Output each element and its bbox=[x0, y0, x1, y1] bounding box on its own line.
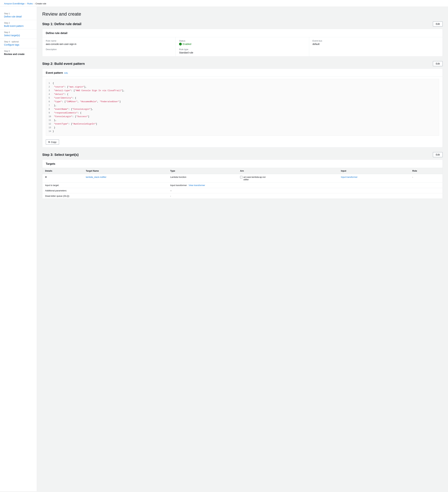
col-role: Role bbox=[410, 168, 442, 174]
copy-button[interactable]: ⧉ Copy bbox=[46, 139, 59, 145]
step2-title: Step 2: Build event pattern bbox=[42, 62, 85, 66]
step1-card-title: Define rule detail bbox=[42, 29, 442, 37]
sidebar: Step 1 Define rule detail Step 2 Build e… bbox=[0, 7, 37, 491]
code-line: 2 "source": ["aws.signin"], bbox=[49, 85, 436, 89]
additional-params-value-cell: -- bbox=[167, 188, 442, 193]
target-name-cell: lambda_slack-notifier bbox=[83, 174, 168, 183]
col-arn: Arn bbox=[237, 168, 338, 174]
status-check-icon: ✓ bbox=[179, 43, 182, 45]
info-link[interactable]: Info bbox=[64, 72, 68, 74]
step-5-label: Step 5 bbox=[4, 50, 33, 52]
step-5-current: Review and create bbox=[4, 53, 24, 55]
step3-edit-button[interactable]: Edit bbox=[433, 152, 443, 157]
step-4-label: Step 4 - optional bbox=[4, 41, 33, 43]
additional-params-label-cell: Additional parameters: bbox=[42, 188, 167, 193]
arn-value: arn:aws:lambda:ap-nor otifier bbox=[243, 176, 266, 181]
breadcrumb-rules-link[interactable]: Rules bbox=[27, 2, 33, 5]
step3-header: Step 3: Select target(s) Edit bbox=[42, 152, 443, 157]
status-value: ✓ Enabled bbox=[179, 43, 305, 45]
step1-section: Step 1: Define rule detail Edit Define r… bbox=[42, 21, 443, 56]
sidebar-step-4: Step 4 - optional Configure tags bbox=[0, 39, 37, 48]
table-row: lambda_slack-notifier Lambda function ar… bbox=[42, 174, 442, 183]
breadcrumb-sep-1: › bbox=[25, 2, 26, 5]
status-cell: Status ✓ Enabled Rule type Standard rule bbox=[176, 37, 309, 56]
rule-type-label: Rule type bbox=[179, 48, 305, 51]
step-3-link[interactable]: Select target(s) bbox=[4, 34, 20, 37]
step1-edit-button[interactable]: Edit bbox=[433, 21, 443, 26]
step-2-link[interactable]: Build event pattern bbox=[4, 25, 24, 27]
additional-params-row: Additional parameters: -- bbox=[42, 188, 442, 193]
copy-icon: ⧉ bbox=[48, 141, 50, 144]
step2-header: Step 2: Build event pattern Edit bbox=[42, 61, 443, 66]
event-pattern-title: Event pattern bbox=[46, 72, 63, 74]
step2-section: Step 2: Build event pattern Edit Event p… bbox=[42, 61, 443, 147]
rule-name-value: aws-console-iam-user-sign-in bbox=[46, 43, 172, 45]
input-transformer-link[interactable]: Input transformer bbox=[341, 176, 357, 178]
dlq-value-cell: - bbox=[167, 193, 442, 199]
targets-card: Targets Details Target Name Type Arn Inp… bbox=[42, 160, 443, 199]
code-line: 5 "userIdentity": { bbox=[49, 96, 436, 100]
code-line: 12 "eventType": ["AwsConsoleSignIn"] bbox=[49, 122, 436, 126]
code-line: 6 "type": ["IAMUser", "AssumedRole", "Fe… bbox=[49, 100, 436, 103]
target-role-cell: - bbox=[410, 174, 442, 183]
code-line: 9 "responseElements": { bbox=[49, 111, 436, 115]
rule-type-value: Standard rule bbox=[179, 51, 305, 54]
code-line: 14} bbox=[49, 130, 436, 133]
breadcrumb-current: Create rule bbox=[35, 2, 46, 5]
sidebar-step-3: Step 3 Select target(s) bbox=[0, 30, 37, 39]
dlq-row: Dead-letter queue (DLQ): - bbox=[42, 193, 442, 199]
breadcrumb: Amazon EventBridge › Rules › Create rule bbox=[0, 0, 448, 7]
dlq-label-cell: Dead-letter queue (DLQ): bbox=[42, 193, 167, 199]
breadcrumb-sep-2: › bbox=[34, 2, 34, 5]
main-content: Review and create Step 1: Define rule de… bbox=[37, 7, 448, 491]
view-transformer-link[interactable]: View transformer bbox=[189, 184, 205, 186]
sidebar-step-5: Step 5 Review and create bbox=[0, 48, 37, 58]
code-line: 3 "detail-type": ["AWS Console Sign In v… bbox=[49, 89, 436, 92]
event-bus-value: default bbox=[313, 43, 439, 45]
step1-title: Step 1: Define rule detail bbox=[42, 22, 81, 26]
step1-header: Step 1: Define rule detail Edit bbox=[42, 21, 443, 26]
copy-btn-area: ⧉ Copy bbox=[42, 138, 442, 147]
expand-icon[interactable] bbox=[45, 177, 47, 178]
target-type-cell: Lambda function bbox=[167, 174, 237, 183]
code-line: 11 }, bbox=[49, 118, 436, 122]
target-details-cell bbox=[42, 174, 83, 183]
event-bus-cell: Event bus default bbox=[309, 37, 442, 56]
step2-edit-button[interactable]: Edit bbox=[433, 61, 443, 66]
rule-detail-grid: Rule name aws-console-iam-user-sign-in D… bbox=[42, 37, 442, 56]
target-name-link[interactable]: lambda_slack-notifier bbox=[86, 176, 106, 178]
page-title: Review and create bbox=[42, 11, 443, 17]
target-input-cell: Input transformer bbox=[338, 174, 410, 183]
input-to-target-row: Input to target: Input transformer View … bbox=[42, 183, 442, 188]
col-input: Input bbox=[338, 168, 410, 174]
event-pattern-card: Event pattern Info 1{ 2 "source": ["aws.… bbox=[42, 69, 443, 147]
targets-title: Targets bbox=[42, 160, 442, 168]
step1-card: Define rule detail Rule name aws-console… bbox=[42, 29, 443, 56]
step-1-link[interactable]: Define rule detail bbox=[4, 15, 22, 18]
code-line: 4 "detail": { bbox=[49, 92, 436, 96]
step-3-label: Step 3 bbox=[4, 31, 33, 33]
breadcrumb-eventbridge-link[interactable]: Amazon EventBridge bbox=[4, 2, 24, 5]
status-label: Status bbox=[179, 40, 305, 42]
arn-copy-icon bbox=[240, 176, 242, 178]
step3-title: Step 3: Select target(s) bbox=[42, 153, 79, 157]
col-details: Details bbox=[42, 168, 83, 174]
code-line: 10 "ConsoleLogin": ["Success"] bbox=[49, 115, 436, 118]
code-line: 1{ bbox=[49, 82, 436, 85]
copy-label: Copy bbox=[51, 141, 56, 144]
step3-section: Step 3: Select target(s) Edit Targets De… bbox=[42, 152, 443, 199]
col-type: Type bbox=[167, 168, 237, 174]
description-label: Description bbox=[46, 48, 172, 51]
input-to-target-label-cell: Input to target: bbox=[42, 183, 167, 188]
step-4-link[interactable]: Configure tags bbox=[4, 43, 19, 46]
targets-table: Details Target Name Type Arn Input Role bbox=[42, 168, 442, 199]
code-line: 8 "eventName": ["ConsoleLogin"], bbox=[49, 107, 436, 111]
col-target-name: Target Name bbox=[83, 168, 168, 174]
sidebar-step-1: Step 1 Define rule detail bbox=[0, 11, 37, 20]
code-line: 13 } bbox=[49, 126, 436, 130]
event-bus-label: Event bus bbox=[313, 40, 439, 42]
step-2-label: Step 2 bbox=[4, 22, 33, 24]
event-pattern-header: Event pattern Info bbox=[42, 69, 442, 77]
code-block: 1{ 2 "source": ["aws.signin"], 3 "detail… bbox=[46, 79, 439, 136]
step-1-label: Step 1 bbox=[4, 12, 33, 15]
